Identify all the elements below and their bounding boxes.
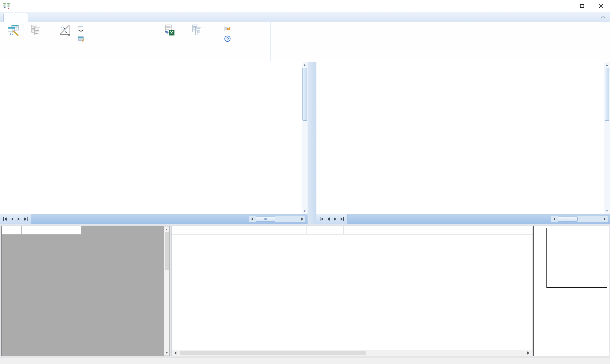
- pane-splitter[interactable]: [308, 62, 316, 224]
- file1-column-headers: [0, 62, 308, 70]
- previous-sheet-button[interactable]: [11, 217, 13, 221]
- ribbon-tab-strip: [0, 12, 610, 22]
- ribbon-group-view: 15 fx: [51, 22, 156, 61]
- scroll-down-icon[interactable]: ▼: [604, 208, 610, 214]
- first-sheet-button[interactable]: [320, 217, 323, 221]
- comparison-results-panel: [172, 226, 532, 356]
- ribbon-group-compare: [0, 22, 51, 61]
- file2-horizontal-scrollbar[interactable]: [551, 216, 608, 222]
- previous-sheet-button[interactable]: [327, 217, 330, 221]
- compare-files-button[interactable]: [2, 23, 25, 54]
- file2-sheet-tab-bar: [316, 214, 610, 224]
- x-axis-category-labels: [546, 289, 607, 355]
- scroll-down-icon[interactable]: ▼: [165, 350, 168, 355]
- close-button[interactable]: [591, 0, 610, 12]
- ribbon-group-export: X: [156, 22, 220, 61]
- file2-column-headers: [316, 62, 610, 70]
- options-icon: [224, 25, 231, 32]
- minimize-button[interactable]: [554, 0, 573, 12]
- next-sheet-button[interactable]: [18, 217, 20, 221]
- file1-sheet-tabs: [31, 214, 32, 224]
- show-formulas-button[interactable]: 15 fx: [53, 23, 76, 54]
- tab-home[interactable]: [3, 13, 28, 22]
- svg-text:?: ?: [226, 37, 229, 41]
- workspace: ▲ ▼: [0, 62, 610, 224]
- help-button[interactable]: ?: [222, 35, 235, 43]
- scroll-right-icon[interactable]: [602, 216, 608, 222]
- scrollbar-thumb[interactable]: [605, 68, 609, 121]
- last-sheet-button[interactable]: [24, 217, 27, 221]
- scroll-down-icon[interactable]: ▼: [302, 208, 308, 214]
- resize-cells-icon: [78, 25, 85, 32]
- scrollbar-thumb[interactable]: [302, 68, 307, 121]
- copy-results-to-clipboard-button[interactable]: [181, 23, 213, 54]
- status-bar: [0, 357, 610, 364]
- sheet-nav-buttons: [0, 214, 31, 224]
- close-icon: [598, 4, 603, 8]
- scroll-left-icon[interactable]: [172, 350, 179, 356]
- options-vertical-scrollbar[interactable]: ▲ ▼: [164, 226, 169, 355]
- svg-text:fx: fx: [65, 30, 68, 35]
- change-description-column-header[interactable]: [427, 226, 532, 234]
- svg-text:X: X: [170, 30, 173, 35]
- first-sheet-button[interactable]: [3, 217, 7, 221]
- file1-spreadsheet-pane: ▲ ▼: [0, 62, 308, 224]
- file2-vertical-scrollbar[interactable]: ▲ ▼: [604, 62, 610, 214]
- options-header: [2, 226, 170, 234]
- scrollbar-thumb[interactable]: [558, 217, 578, 221]
- show-workbook-formatting-button[interactable]: [76, 35, 89, 43]
- svg-text:15: 15: [61, 26, 65, 30]
- last-sheet-button[interactable]: [340, 217, 344, 221]
- option-column-header: [22, 226, 81, 234]
- show-workbook-formatting-icon: [78, 35, 85, 42]
- file1-sheet-tab-bar: [0, 214, 308, 224]
- restore-icon: [580, 4, 584, 8]
- collapse-ribbon-button[interactable]: [600, 15, 606, 20]
- compare-files-icon: [7, 24, 20, 37]
- export-results-icon: X: [163, 24, 176, 37]
- resize-cells-to-fit-button[interactable]: [76, 24, 89, 33]
- file2-sheet-tabs: [348, 214, 349, 224]
- chart-plot-area: [546, 228, 607, 288]
- show-formulas-icon: 15 fx: [58, 24, 71, 37]
- ribbon: 15 fx: [0, 22, 610, 61]
- scroll-up-icon[interactable]: ▲: [302, 62, 308, 67]
- title-bar: [0, 0, 610, 12]
- chevron-up-icon: [601, 16, 605, 19]
- next-sheet-button[interactable]: [334, 217, 336, 221]
- file1-horizontal-scrollbar[interactable]: [249, 216, 305, 222]
- y-axis-ticks: [539, 228, 546, 288]
- ribbon-group-information: ?: [220, 22, 271, 61]
- options-button[interactable]: [222, 24, 235, 33]
- scrollbar-thumb[interactable]: [165, 232, 169, 270]
- enable-column-header: [2, 226, 22, 234]
- help-icon: ?: [224, 35, 231, 42]
- scroll-left-icon[interactable]: [551, 216, 557, 222]
- spreadsheet-compare-window: 15 fx: [0, 0, 610, 364]
- copy-results-icon: [190, 24, 203, 37]
- scroll-left-icon[interactable]: [249, 216, 255, 222]
- sheet-column-header[interactable]: [172, 226, 282, 234]
- scroll-right-icon[interactable]: [525, 350, 532, 356]
- scroll-up-icon[interactable]: ▲: [165, 226, 168, 232]
- results-horizontal-scrollbar[interactable]: [172, 350, 532, 356]
- minimize-icon: [561, 6, 566, 6]
- app-icon: [3, 3, 10, 9]
- show-details-button[interactable]: [25, 23, 47, 54]
- show-details-icon: [29, 24, 42, 37]
- sheet-nav-buttons: [316, 214, 348, 224]
- scroll-right-icon[interactable]: [299, 216, 305, 222]
- results-count-chart: [533, 226, 609, 356]
- scrollbar-thumb[interactable]: [256, 217, 275, 221]
- cell-column-header[interactable]: [282, 226, 307, 234]
- value1-column-header[interactable]: [307, 226, 344, 234]
- file2-spreadsheet-pane: ▲ ▼: [316, 62, 610, 224]
- file1-vertical-scrollbar[interactable]: ▲ ▼: [302, 62, 308, 214]
- export-results-button[interactable]: X: [158, 23, 181, 54]
- scrollbar-thumb[interactable]: [180, 351, 366, 355]
- maximize-restore-button[interactable]: [573, 0, 591, 12]
- comparison-options-panel: ▲ ▼: [1, 226, 170, 356]
- scroll-up-icon[interactable]: ▲: [604, 62, 610, 67]
- results-header-row: [172, 226, 532, 234]
- value2-column-header[interactable]: [344, 226, 427, 234]
